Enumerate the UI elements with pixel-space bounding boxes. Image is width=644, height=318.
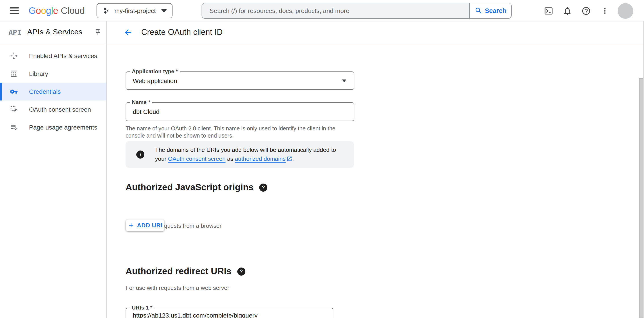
- google-cloud-logo[interactable]: Google Cloud: [28, 0, 85, 21]
- sidebar-item-label: OAuth consent screen: [29, 106, 91, 113]
- sidebar: API APIs & Services Enabled APIs: [0, 21, 107, 318]
- dropdown-caret-icon[interactable]: [342, 79, 346, 82]
- back-button[interactable]: [123, 27, 133, 37]
- sidebar-nav: Enabled APIs & services Library: [0, 47, 106, 136]
- page-title: Create OAuth client ID: [141, 27, 223, 37]
- logo-letter: l: [51, 5, 53, 16]
- logo-letter: G: [28, 5, 36, 16]
- helper-line: The name of your OAuth 2.0 client. This …: [126, 125, 358, 132]
- sidebar-item-page-usage[interactable]: Page usage agreements: [0, 118, 106, 136]
- info-line: as: [227, 155, 233, 162]
- redirect-uris-heading-text: Authorized redirect URIs: [126, 266, 232, 277]
- redirect-uris-heading: Authorized redirect URIs ?: [126, 266, 245, 277]
- project-selector[interactable]: my-first-project: [96, 3, 172, 18]
- client-name-label: Name *: [130, 99, 152, 105]
- logo-cloud-text: Cloud: [61, 5, 85, 16]
- search-input[interactable]: [202, 7, 469, 14]
- info-banner-text: The domains of the URIs you add below wi…: [155, 146, 336, 163]
- enabled-apis-icon: [10, 52, 18, 60]
- topbar-actions: [539, 0, 644, 21]
- js-origins-heading: Authorized JavaScript origins ?: [126, 182, 268, 193]
- menu-icon[interactable]: [10, 6, 20, 15]
- add-uri-label: ADD URI: [137, 222, 162, 229]
- library-icon: [10, 70, 18, 78]
- cloud-shell-button[interactable]: [539, 1, 558, 20]
- plus-icon: [128, 222, 134, 229]
- more-vert-icon: [600, 6, 609, 15]
- api-product-logo: API: [8, 28, 22, 36]
- project-name: my-first-project: [114, 7, 156, 14]
- key-icon: [10, 87, 18, 96]
- sidebar-item-oauth-consent[interactable]: OAuth consent screen: [0, 100, 106, 118]
- sidebar-item-credentials[interactable]: Credentials: [0, 83, 106, 100]
- sidebar-item-label: Library: [29, 70, 48, 77]
- authorized-domains-link[interactable]: authorized domains: [235, 155, 292, 162]
- search-icon: [474, 7, 483, 15]
- logo-letter: g: [46, 5, 51, 16]
- main-panel: Create OAuth client ID Application type …: [107, 21, 644, 318]
- pin-icon[interactable]: [94, 28, 102, 37]
- oauth-consent-screen-link[interactable]: OAuth consent screen: [168, 155, 226, 162]
- sidebar-item-label: Enabled APIs & services: [29, 52, 97, 59]
- terminal-icon: [544, 6, 553, 15]
- sidebar-item-library[interactable]: Library: [0, 65, 106, 83]
- search-button[interactable]: Search: [469, 3, 511, 19]
- help-button[interactable]: [576, 1, 595, 20]
- helper-line: console and will not be shown to end use…: [126, 132, 358, 139]
- logo-letter: o: [41, 5, 46, 16]
- avatar[interactable]: [618, 3, 633, 18]
- info-line: The domains of the URIs you add below wi…: [155, 146, 336, 153]
- sidebar-title: APIs & Services: [27, 28, 82, 37]
- more-options-button[interactable]: [595, 1, 614, 20]
- sidebar-item-label: Credentials: [29, 88, 61, 95]
- project-hexagons-icon: [102, 7, 110, 14]
- search-button-label: Search: [485, 7, 506, 14]
- chevron-down-icon: [161, 9, 167, 12]
- logo-letter: o: [36, 5, 41, 16]
- sidebar-item-label: Page usage agreements: [29, 124, 97, 131]
- redirect-uri-label: URIs 1 *: [130, 305, 155, 311]
- notifications-button[interactable]: [558, 1, 576, 20]
- application-type-label: Application type *: [130, 68, 180, 75]
- redirect-uris-help-icon[interactable]: ?: [237, 267, 245, 275]
- vertical-scrollbar-thumb[interactable]: [639, 78, 643, 318]
- global-search: Search: [202, 3, 512, 19]
- sidebar-header: API APIs & Services: [0, 21, 106, 43]
- page-header: Create OAuth client ID: [107, 21, 644, 43]
- redirect-uri-input[interactable]: [126, 311, 333, 318]
- consent-screen-icon: [10, 105, 18, 113]
- js-origins-help-icon[interactable]: ?: [260, 183, 268, 191]
- application-type-value: Web application: [126, 77, 177, 84]
- client-name-input[interactable]: [126, 108, 354, 116]
- redirect-uris-subtitle: For use with requests from a web server: [126, 285, 229, 291]
- redirect-uri-field: URIs 1 *: [126, 308, 334, 318]
- js-origins-heading-text: Authorized JavaScript origins: [126, 182, 254, 193]
- logo-letter: e: [53, 5, 58, 16]
- authorized-domains-link-label: authorized domains: [235, 155, 286, 162]
- client-name-helper: The name of your OAuth 2.0 client. This …: [126, 125, 358, 139]
- top-bar: Google Cloud my-first-project Search: [0, 0, 644, 21]
- help-icon: [581, 6, 590, 15]
- agreements-icon: [10, 123, 18, 131]
- info-icon: i: [136, 151, 144, 159]
- application-type-select[interactable]: Application type * Web application: [126, 71, 354, 90]
- info-banner: i The domains of the URIs you add below …: [126, 141, 354, 168]
- gcp-console-page: Google Cloud my-first-project Search: [0, 0, 644, 318]
- arrow-back-icon: [123, 27, 132, 37]
- info-line: .: [292, 155, 294, 162]
- client-name-field: Name *: [126, 102, 354, 121]
- info-line: your: [155, 155, 166, 162]
- bell-icon: [562, 6, 572, 15]
- add-uri-button-js-origins[interactable]: ADD URI: [126, 219, 164, 231]
- external-link-icon: [286, 156, 292, 162]
- sidebar-item-enabled-apis[interactable]: Enabled APIs & services: [0, 47, 106, 65]
